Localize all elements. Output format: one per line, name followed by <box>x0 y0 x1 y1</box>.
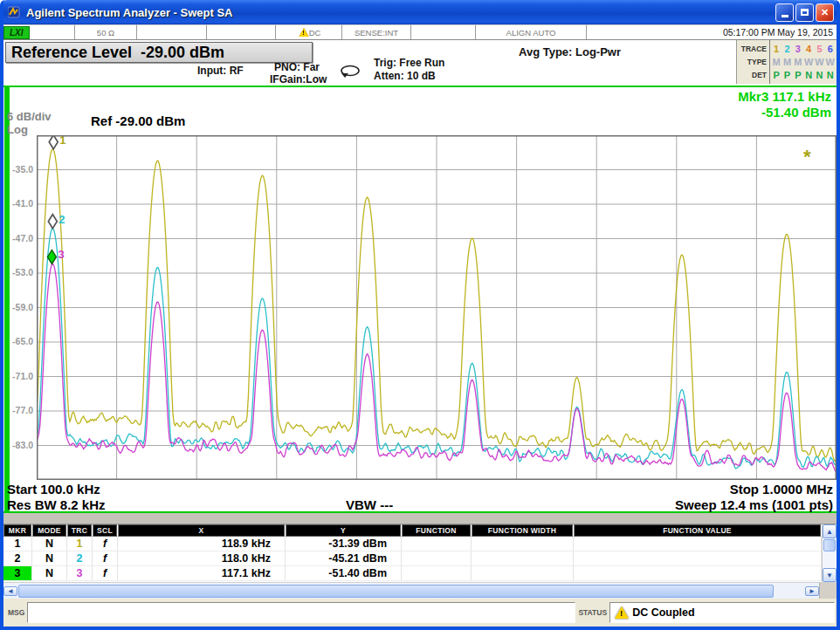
marker-row-1[interactable]: 1 N 1 f 118.9 kHz -31.39 dBm <box>3 537 822 551</box>
msg-label: MSG <box>5 608 27 617</box>
spectrum-display: 6 dB/div Log Ref -29.00 dBm Mkr3 117.1 k… <box>3 86 837 513</box>
status-text: DC Coupled <box>632 606 695 619</box>
scroll-left-icon[interactable]: ◄ <box>3 586 17 596</box>
y-tick-label: -41.0 <box>12 198 33 209</box>
window-title: Agilent Spectrum Analyzer - Swept SA <box>26 6 774 19</box>
marker1-mode: N <box>32 537 67 551</box>
trace4-type[interactable]: W <box>803 57 814 67</box>
vbw-annotation: VBW --- <box>346 497 393 512</box>
app-icon <box>8 5 22 19</box>
marker-2-diamond-icon[interactable] <box>48 215 57 229</box>
start-frequency-annotation: Start 100.0 kHz <box>7 482 100 496</box>
trace1-type[interactable]: M <box>771 57 781 67</box>
marker1-function <box>402 537 472 551</box>
graticule-and-traces: 123* <box>37 135 837 480</box>
pno-setting: PNO: Far <box>274 61 320 73</box>
scroll-right-icon[interactable]: ► <box>805 586 819 596</box>
marker1-y-value: -31.39 dBm <box>286 537 402 551</box>
trace-legend-panel[interactable]: TRACETYPEDET 123456MMMWWWPPPNNN <box>736 40 837 84</box>
marker2-function <box>402 551 472 566</box>
marker3-function-width <box>472 566 574 581</box>
reference-level-display[interactable]: Reference Level -29.00 dBm <box>5 42 313 63</box>
maximize-button[interactable] <box>795 3 814 22</box>
y-tick-label: -65.0 <box>12 336 33 346</box>
y-tick-label: -83.0 <box>12 440 33 450</box>
scroll-down-icon[interactable]: ▼ <box>823 568 837 582</box>
marker2-trace: 2 <box>67 551 93 566</box>
trace1-det[interactable]: P <box>771 70 781 80</box>
lxi-badge: LXI <box>3 26 30 39</box>
scale-type-label: Log <box>7 123 28 136</box>
close-button[interactable]: ✕ <box>816 3 834 22</box>
marker3-scale: f <box>93 566 118 581</box>
table-horizontal-scrollbar[interactable]: ◄ ► <box>3 582 837 599</box>
trace5-det[interactable]: N <box>814 70 824 80</box>
continuous-sweep-icon <box>337 65 363 79</box>
trace2-det[interactable]: P <box>781 70 792 80</box>
marker-row-2[interactable]: 2 N 2 f 118.0 kHz -45.21 dBm <box>3 551 822 566</box>
measuring-star-icon: * <box>803 146 811 168</box>
marker-table-region: MKR MODE TRC SCL X Y FUNCTION FUNCTION W… <box>3 524 837 582</box>
y-tick-label: -47.0 <box>12 233 33 243</box>
scroll-up-icon[interactable]: ▲ <box>823 524 837 538</box>
datetime: 05:17:00 PM May 19, 2015 <box>587 24 837 39</box>
trace3-det[interactable]: P <box>793 70 803 80</box>
trace2-num[interactable]: 2 <box>781 44 792 54</box>
sweep-annotation: Sweep 12.4 ms (1001 pts) <box>675 497 833 512</box>
minimize-button[interactable] <box>775 3 794 22</box>
lxi-cell: LXI <box>3 24 75 39</box>
y-tick-label: -77.0 <box>12 405 33 415</box>
horizontal-scroll-thumb[interactable] <box>18 585 774 598</box>
trace2-type[interactable]: M <box>781 57 792 67</box>
trace-legend-row-label: TYPE <box>747 58 767 66</box>
title-bar[interactable]: Agilent Spectrum Analyzer - Swept SA ✕ <box>3 0 837 24</box>
status-cell-empty-3 <box>411 24 476 39</box>
input-impedance: 50 Ω <box>75 24 137 39</box>
align-cell: ALIGN AUTO <box>476 24 587 39</box>
vertical-scroll-thumb[interactable] <box>823 539 836 551</box>
marker2-function-value <box>574 551 822 566</box>
marker3-function-value <box>574 566 822 581</box>
marker1-x-value: 118.9 kHz <box>118 537 286 551</box>
trace6-type[interactable]: W <box>825 57 836 67</box>
trace6-num[interactable]: 6 <box>825 44 836 54</box>
header-function: FUNCTION <box>402 524 471 537</box>
marker3-mode: N <box>32 566 67 581</box>
scale-per-div-label: 6 dB/div <box>7 110 52 123</box>
marker-3-number: 3 <box>58 248 64 261</box>
trace-legend-labels: TRACETYPEDET <box>737 40 770 84</box>
trace6-det[interactable]: N <box>825 70 836 80</box>
trace5-type[interactable]: W <box>814 57 824 67</box>
marker2-function-width <box>472 551 574 566</box>
trace1-num[interactable]: 1 <box>771 44 781 54</box>
marker2-mode: N <box>32 551 67 566</box>
trigger-setting: Trig: Free Run <box>374 57 444 69</box>
dc-coupling-label: DC <box>309 28 321 38</box>
table-vertical-scrollbar[interactable]: ▲ ▼ <box>822 524 837 582</box>
status-box: ! DC Coupled <box>609 602 835 623</box>
y-tick-label: -35.0 <box>12 164 33 175</box>
header-y: Y <box>286 524 401 537</box>
trace5-num[interactable]: 5 <box>814 44 824 54</box>
trace3-type[interactable]: M <box>793 57 803 67</box>
y-tick-label: -59.0 <box>12 302 33 312</box>
marker2-y-value: -45.21 dBm <box>286 551 402 566</box>
marker-3-diamond-icon[interactable] <box>47 250 56 264</box>
trace3-num[interactable]: 3 <box>793 44 803 54</box>
marker-1-diamond-icon[interactable] <box>49 135 58 149</box>
trace4-det[interactable]: N <box>803 70 814 80</box>
header-x: X <box>118 524 285 537</box>
spectrum-analyzer-screen: Agilent Spectrum Analyzer - Swept SA ✕ L… <box>0 0 840 630</box>
display-table-divider <box>3 513 837 524</box>
y-tick-label: -71.0 <box>12 371 33 381</box>
dc-coupled-warning-icon: ! <box>615 606 629 619</box>
sense-cell: SENSE:INT <box>342 24 411 39</box>
maximize-icon <box>801 9 809 16</box>
active-marker-readout: Mkr3 117.1 kHz -51.40 dBm <box>738 89 831 120</box>
marker-table: MKR MODE TRC SCL X Y FUNCTION FUNCTION W… <box>3 524 822 582</box>
trace4-num[interactable]: 4 <box>803 44 814 54</box>
trace-legend-num-row: 123456 <box>771 44 836 54</box>
marker-row-3[interactable]: 3 N 3 f 117.1 kHz -51.40 dBm <box>3 566 822 581</box>
measurement-settings-bar: Reference Level -29.00 dBm Input: RF PNO… <box>3 40 837 86</box>
trace-legend-det-row: PPPNNN <box>771 70 836 80</box>
